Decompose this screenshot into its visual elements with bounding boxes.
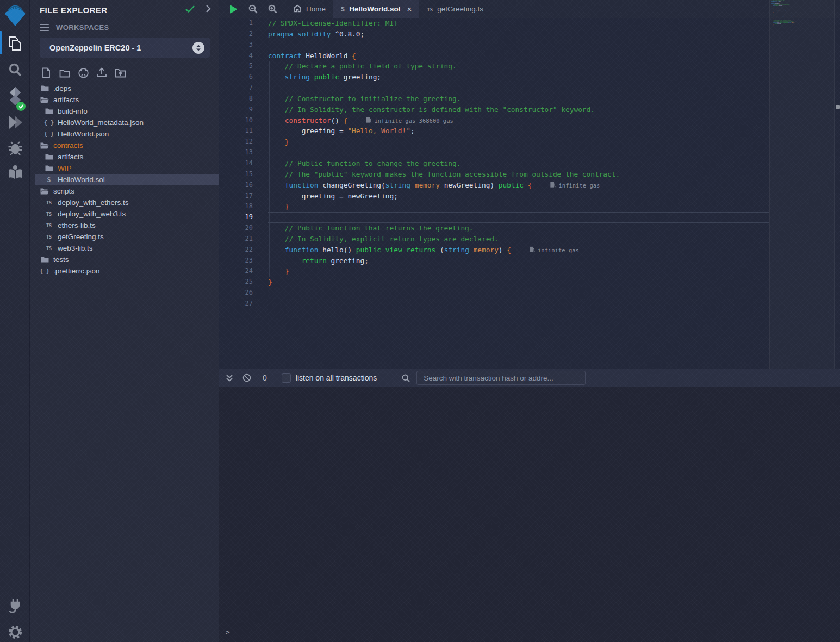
code-line xyxy=(771,27,827,28)
tab-home[interactable]: Home xyxy=(285,0,333,18)
tree-item-artifacts[interactable]: artifacts xyxy=(35,151,219,163)
tree-item--deps[interactable]: .deps xyxy=(35,83,219,94)
unit-testing-icon[interactable] xyxy=(0,164,30,181)
code-line[interactable]: function changeGreeting(string memory ne… xyxy=(268,180,769,191)
line-number: 12 xyxy=(219,136,253,147)
code-lines[interactable]: // SPDX-License-Identifier: MITpragma so… xyxy=(268,18,769,309)
code-line[interactable]: // Constructor to initialize the greetin… xyxy=(268,94,769,104)
minimap[interactable]: // SPDX-License-Identifier: MITpragma so… xyxy=(769,0,834,369)
code-line[interactable]: // The "public" keyword makes the functi… xyxy=(268,169,769,180)
code-line[interactable]: } xyxy=(268,277,769,288)
editor-scrollbar[interactable] xyxy=(834,0,840,369)
plugin-manager-icon[interactable] xyxy=(0,597,30,613)
activity-bar xyxy=(0,0,30,642)
code-line[interactable]: greeting = newGreeting; xyxy=(268,191,769,202)
terminal-output[interactable]: > xyxy=(219,387,840,642)
settings-icon[interactable] xyxy=(0,624,30,640)
listen-transactions-checkbox[interactable] xyxy=(282,373,291,383)
tree-item-getgreeting-ts[interactable]: TSgetGreeting.ts xyxy=(35,231,219,242)
code-line[interactable]: contract HelloWorld { xyxy=(268,51,769,61)
chevron-right-icon[interactable] xyxy=(206,5,211,15)
code-line[interactable]: greeting = "Hello, World!"; xyxy=(268,126,769,136)
tree-item-deploy-with-ethers-ts[interactable]: TSdeploy_with_ethers.ts xyxy=(35,197,219,208)
close-tab-icon[interactable]: × xyxy=(407,4,412,14)
tree-item-web3-lib-ts[interactable]: TSweb3-lib.ts xyxy=(35,242,219,254)
tree-item-wip[interactable]: WIP xyxy=(35,163,219,174)
tree-item-helloworld-metadata-json[interactable]: { }HelloWorld_metadata.json xyxy=(35,117,219,128)
code-line[interactable]: pragma solidity ^0.8.0; xyxy=(268,29,769,40)
line-number: 1 xyxy=(219,18,253,29)
code-line[interactable]: } xyxy=(268,201,769,212)
file-tree: .depsartifactsbuild-info{ }HelloWorld_me… xyxy=(35,83,219,277)
deploy-run-icon[interactable] xyxy=(0,113,30,132)
code-line[interactable] xyxy=(268,83,769,94)
tree-item--prettierrc-json[interactable]: { }.prettierrc.json xyxy=(35,265,219,277)
code-lines[interactable]: // SPDX-License-Identifier: MITpragma so… xyxy=(771,0,827,28)
line-number: 10 xyxy=(219,115,253,126)
line-number: 19 xyxy=(219,212,253,223)
tree-item-label: HelloWorld.json xyxy=(58,130,109,138)
search-icon[interactable] xyxy=(0,62,30,78)
clear-console-icon[interactable] xyxy=(242,373,251,382)
line-number: 24 xyxy=(219,266,253,277)
code-line[interactable]: return greeting; xyxy=(268,255,769,266)
terminal-search-icon xyxy=(402,374,410,382)
code-line[interactable]: // Public function to change the greetin… xyxy=(268,158,769,169)
tree-item-ethers-lib-ts[interactable]: TSethers-lib.ts xyxy=(35,220,219,231)
new-folder-icon[interactable] xyxy=(58,66,71,79)
tree-item-contracts[interactable]: contracts xyxy=(35,140,219,151)
editor-tab-bar: HomeSHelloWorld.sol×TSgetGreeting.ts xyxy=(219,0,840,18)
run-script-button[interactable] xyxy=(223,0,243,18)
zoom-in-icon[interactable] xyxy=(263,0,282,18)
code-line[interactable] xyxy=(268,147,769,158)
tab-getgreeting-ts[interactable]: TSgetGreeting.ts xyxy=(419,0,491,18)
tree-item-label: WIP xyxy=(58,164,72,172)
tree-item-tests[interactable]: tests xyxy=(35,254,219,265)
new-file-icon[interactable] xyxy=(40,66,53,79)
code-editor[interactable]: 1234567891011121314151617181920212223242… xyxy=(219,18,769,369)
code-line[interactable]: // Public function that returns the gree… xyxy=(268,223,769,234)
fuel-pump-icon xyxy=(530,245,535,256)
code-line[interactable]: // In Solidity, explicit return types ar… xyxy=(268,234,769,245)
expand-terminal-icon[interactable] xyxy=(226,374,233,382)
github-clone-icon[interactable] xyxy=(77,66,90,79)
scrollbar-thumb[interactable] xyxy=(836,105,840,109)
tree-item-build-info[interactable]: build-info xyxy=(35,105,219,117)
code-line[interactable]: } xyxy=(268,136,769,147)
workspaces-menu-icon[interactable] xyxy=(40,24,49,32)
tree-item-deploy-with-web3-ts[interactable]: TSdeploy_with_web3.ts xyxy=(35,208,219,220)
code-line[interactable]: // SPDX-License-Identifier: MIT xyxy=(268,18,769,29)
upload-file-icon[interactable] xyxy=(95,66,108,79)
code-line[interactable]: constructor() {infinite gas 368600 gas xyxy=(268,115,769,126)
debugger-icon[interactable] xyxy=(0,140,30,156)
line-number: 13 xyxy=(219,147,253,158)
code-line[interactable]: function hello() public view returns (st… xyxy=(268,245,769,255)
code-line[interactable]: } xyxy=(268,266,769,277)
line-number: 18 xyxy=(219,201,253,212)
transaction-search-input[interactable] xyxy=(416,371,586,385)
code-line[interactable] xyxy=(268,212,769,223)
editor-area: HomeSHelloWorld.sol×TSgetGreeting.ts 123… xyxy=(219,0,840,369)
code-line[interactable] xyxy=(268,298,769,309)
remix-logo[interactable] xyxy=(0,3,30,28)
tree-item-artifacts[interactable]: artifacts xyxy=(35,94,219,105)
workspace-select[interactable]: OpenZeppelin ERC20 - 1 xyxy=(40,38,210,58)
json-file-icon: { } xyxy=(40,267,49,275)
code-line[interactable] xyxy=(268,40,769,51)
check-icon[interactable] xyxy=(185,5,195,15)
code-line[interactable]: // In Solidity, the constructor is defin… xyxy=(268,104,769,115)
transaction-count: 0 xyxy=(263,373,267,382)
file-explorer-icon[interactable] xyxy=(0,35,30,52)
code-line[interactable] xyxy=(268,288,769,298)
zoom-out-icon[interactable] xyxy=(243,0,263,18)
tree-item-helloworld-sol[interactable]: SHelloWorld.sol xyxy=(35,174,219,185)
tree-item-label: .prettierrc.json xyxy=(53,267,100,275)
tree-item-scripts[interactable]: scripts xyxy=(35,185,219,197)
upload-folder-icon[interactable] xyxy=(114,66,127,79)
tab-helloworld-sol[interactable]: SHelloWorld.sol× xyxy=(333,0,419,18)
code-line[interactable]: string public greeting; xyxy=(268,72,769,83)
code-line[interactable]: // Declare a public field of type string… xyxy=(268,61,769,72)
tree-item-helloworld-json[interactable]: { }HelloWorld.json xyxy=(35,128,219,140)
workspace-updown-icon[interactable] xyxy=(192,42,204,54)
solidity-compiler-icon[interactable] xyxy=(0,86,30,108)
